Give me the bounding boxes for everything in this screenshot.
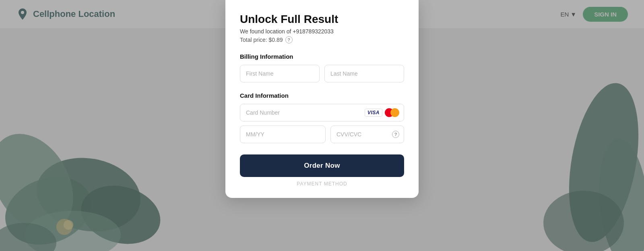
price-help-icon[interactable]: ? — [285, 36, 293, 43]
card-section-label: Card Information — [240, 92, 404, 99]
mc-orange-circle — [390, 108, 399, 117]
first-name-input[interactable] — [240, 65, 320, 82]
price-row: Total price: $0.89 ? — [240, 36, 404, 43]
card-icons: VISA — [365, 108, 399, 117]
mastercard-icon — [385, 108, 399, 117]
visa-icon: VISA — [365, 109, 382, 117]
unlock-modal: Unlock Full Result We found location of … — [225, 0, 419, 198]
modal-subtitle: We found location of +918789322033 — [240, 28, 404, 35]
expiry-input[interactable] — [240, 126, 326, 143]
card-number-wrap: VISA — [240, 104, 404, 121]
price-text: Total price: $0.89 — [240, 37, 283, 43]
modal-wrapper: Unlock Full Result We found location of … — [0, 0, 644, 251]
cvv-help-icon[interactable]: ? — [392, 131, 399, 138]
name-row — [240, 65, 404, 82]
order-now-button[interactable]: Order Now — [240, 154, 404, 177]
cvv-wrap: ? — [330, 126, 404, 143]
modal-title: Unlock Full Result — [240, 13, 404, 26]
last-name-input[interactable] — [324, 65, 404, 82]
card-section: Card Information VISA ? — [240, 92, 404, 143]
billing-section: Billing Information — [240, 53, 404, 82]
billing-section-label: Billing Information — [240, 53, 404, 60]
payment-method-label: PAYMENT METHOD — [240, 181, 404, 187]
card-bottom-row: ? — [240, 126, 404, 143]
